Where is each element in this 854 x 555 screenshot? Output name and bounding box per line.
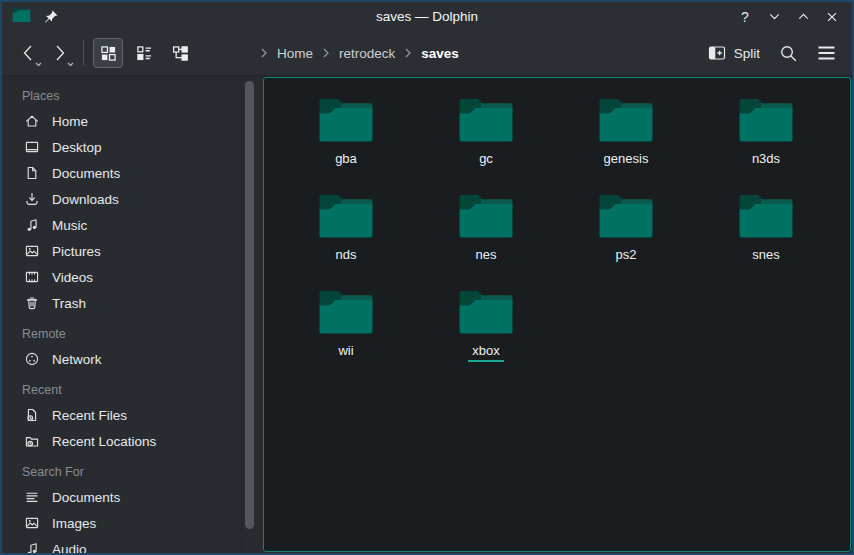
sidebar-item-pictures[interactable]: Pictures xyxy=(2,238,241,264)
sidebar-item-label: Music xyxy=(52,218,87,233)
split-button[interactable]: Split xyxy=(708,44,760,62)
sidebar-item-label: Network xyxy=(52,352,102,367)
window-title: saves — Dolphin xyxy=(376,9,478,24)
sidebar-item-trash[interactable]: Trash xyxy=(2,290,241,316)
sidebar-section-header: Remote xyxy=(2,322,241,346)
sidebar-item-label: Home xyxy=(52,114,88,129)
sidebar-section-header: Search For xyxy=(2,460,241,484)
folder-item-n3ds[interactable]: n3ds xyxy=(696,97,836,193)
sidebar-item-label: Downloads xyxy=(52,192,119,207)
network-icon xyxy=(24,351,40,367)
folder-icon xyxy=(597,193,655,240)
compact-view-button[interactable] xyxy=(129,38,159,68)
folder-icon xyxy=(737,97,795,144)
folder-item-xbox[interactable]: xbox xyxy=(416,289,556,385)
sidebar-item-label: Audio xyxy=(52,542,87,554)
sidebar-section-header: Recent xyxy=(2,378,241,402)
chevron-right-icon xyxy=(260,48,268,58)
folder-icon xyxy=(737,193,795,240)
folder-item-nes[interactable]: nes xyxy=(416,193,556,289)
folder-grid: gba gc genesis n3ds nds nes ps2 snes wii… xyxy=(264,78,850,385)
folder-item-genesis[interactable]: genesis xyxy=(556,97,696,193)
places-panel: PlacesHomeDesktopDocumentsDownloadsMusic… xyxy=(2,76,242,553)
search-icon[interactable] xyxy=(774,39,802,67)
dolphin-window: saves — Dolphin ? xyxy=(0,0,854,555)
folder-icon xyxy=(597,97,655,144)
folder-icon xyxy=(457,289,515,336)
folder-item-gba[interactable]: gba xyxy=(276,97,416,193)
sidebar-item-home[interactable]: Home xyxy=(2,108,241,134)
chevron-right-icon xyxy=(322,48,330,58)
split-button-label: Split xyxy=(734,46,760,61)
back-button[interactable] xyxy=(14,37,42,69)
breadcrumb: Homeretrodecksaves xyxy=(260,31,459,75)
folder-icon xyxy=(457,97,515,144)
maximize-button[interactable] xyxy=(793,7,813,27)
chevron-right-icon xyxy=(404,48,412,58)
folder-item-wii[interactable]: wii xyxy=(276,289,416,385)
download-icon xyxy=(24,191,40,207)
titlebar: saves — Dolphin ? xyxy=(2,2,852,31)
music-icon xyxy=(24,541,40,553)
sidebar-item-images[interactable]: Images xyxy=(2,510,241,536)
sidebar-item-recent-locations[interactable]: Recent Locations xyxy=(2,428,241,454)
folder-label: gc xyxy=(475,151,497,170)
folder-label: nds xyxy=(332,247,361,266)
folder-item-snes[interactable]: snes xyxy=(696,193,836,289)
icons-view-button[interactable] xyxy=(93,38,123,68)
folder-icon xyxy=(317,193,375,240)
folder-icon xyxy=(317,97,375,144)
content-area: PlacesHomeDesktopDocumentsDownloadsMusic… xyxy=(2,76,852,553)
desktop-icon xyxy=(24,139,40,155)
folder-icon xyxy=(317,289,375,336)
folder-item-nds[interactable]: nds xyxy=(276,193,416,289)
folder-item-ps2[interactable]: ps2 xyxy=(556,193,696,289)
folder-label: xbox xyxy=(468,343,503,362)
sidebar-item-desktop[interactable]: Desktop xyxy=(2,134,241,160)
breadcrumb-item-Home[interactable]: Home xyxy=(277,46,313,61)
folder-view[interactable]: gba gc genesis n3ds nds nes ps2 snes wii… xyxy=(263,77,851,552)
folder-item-gc[interactable]: gc xyxy=(416,97,556,193)
document-icon xyxy=(24,165,40,181)
sidebar-item-label: Recent Files xyxy=(52,408,127,423)
sidebar-item-label: Documents xyxy=(52,166,120,181)
sidebar-item-downloads[interactable]: Downloads xyxy=(2,186,241,212)
sidebar-item-music[interactable]: Music xyxy=(2,212,241,238)
forward-button[interactable] xyxy=(46,37,74,69)
folder-label: nes xyxy=(472,247,501,266)
sidebar-scrollbar[interactable] xyxy=(245,81,254,529)
breadcrumb-item-retrodeck[interactable]: retrodeck xyxy=(339,46,395,61)
minimize-button[interactable] xyxy=(764,7,784,27)
hamburger-menu-icon[interactable] xyxy=(812,39,840,67)
breadcrumb-item-saves[interactable]: saves xyxy=(421,46,459,61)
sidebar-item-label: Pictures xyxy=(52,244,101,259)
folder-label: gba xyxy=(331,151,361,170)
folder-icon xyxy=(12,7,31,23)
pin-icon[interactable] xyxy=(41,7,61,27)
music-icon xyxy=(24,217,40,233)
toolbar: Homeretrodecksaves Split xyxy=(2,31,852,76)
folder-label: genesis xyxy=(600,151,653,170)
sidebar-item-recent-files[interactable]: Recent Files xyxy=(2,402,241,428)
sidebar-item-label: Desktop xyxy=(52,140,102,155)
sidebar-item-documents[interactable]: Documents xyxy=(2,484,241,510)
image-icon xyxy=(24,515,40,531)
window-folder-icon xyxy=(12,7,31,27)
close-button[interactable] xyxy=(822,7,842,27)
sidebar-item-documents[interactable]: Documents xyxy=(2,160,241,186)
sidebar-item-label: Trash xyxy=(52,296,86,311)
trash-icon xyxy=(24,295,40,311)
folder-label: n3ds xyxy=(748,151,784,170)
image-icon xyxy=(24,243,40,259)
video-icon xyxy=(24,269,40,285)
sidebar-item-network[interactable]: Network xyxy=(2,346,241,372)
tree-view-button[interactable] xyxy=(165,38,195,68)
help-button[interactable]: ? xyxy=(735,7,755,27)
text-lines-icon xyxy=(24,489,40,505)
folder-label: snes xyxy=(748,247,783,266)
sidebar-item-videos[interactable]: Videos xyxy=(2,264,241,290)
sidebar-item-audio[interactable]: Audio xyxy=(2,536,241,553)
toolbar-separator xyxy=(83,40,84,66)
sidebar-item-label: Videos xyxy=(52,270,93,285)
sidebar-item-label: Documents xyxy=(52,490,120,505)
